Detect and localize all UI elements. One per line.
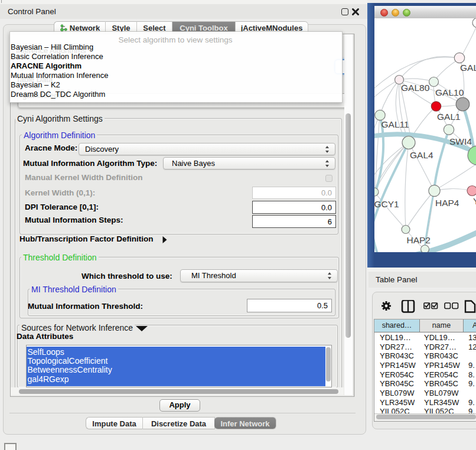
svg-text:GCY1: GCY1 (374, 199, 399, 209)
svg-text:GAL10: GAL10 (435, 87, 464, 97)
svg-text:SWI4: SWI4 (449, 136, 472, 146)
svg-text:HAP2: HAP2 (407, 235, 431, 245)
svg-text:GAL4: GAL4 (410, 150, 433, 160)
svg-text:YJ: YJ (473, 196, 476, 206)
svg-text:HAP4: HAP4 (435, 198, 459, 208)
svg-text:GAL1: GAL1 (437, 112, 461, 122)
svg-text:GAL2: GAL2 (460, 63, 476, 73)
svg-text:GAL80: GAL80 (401, 83, 430, 93)
svg-text:GAL11: GAL11 (382, 119, 409, 129)
